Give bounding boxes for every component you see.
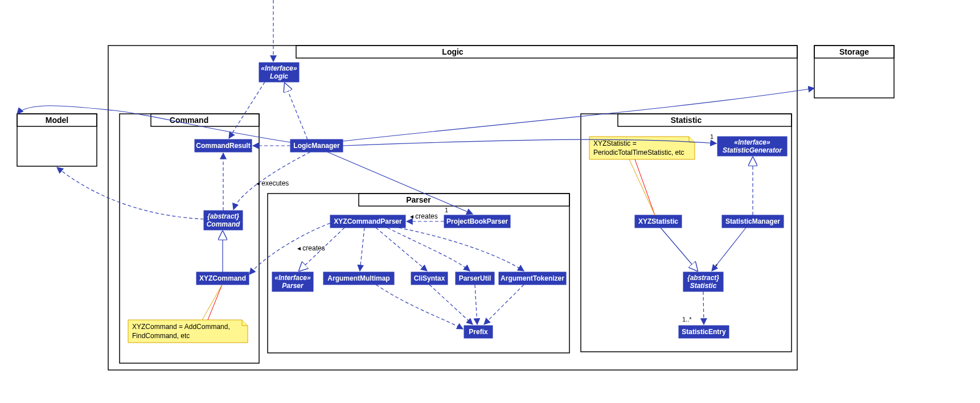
edge-xyzstat-gen-stat	[661, 228, 698, 271]
svg-text:StatisticGenerator: StatisticGenerator	[723, 146, 782, 154]
edge-logicmgr-to-pbparser	[327, 152, 473, 214]
svg-text:XYZCommand = AddCommand,: XYZCommand = AddCommand,	[132, 323, 230, 331]
svg-text:Command: Command	[170, 116, 208, 125]
package-storage: Storage	[814, 46, 894, 98]
node-statistic-entry: StatisticEntry	[679, 326, 729, 338]
svg-line-66	[629, 159, 655, 215]
svg-text:PeriodicTotalTimeStatistic, et: PeriodicTotalTimeStatistic, etc	[593, 149, 684, 157]
mult-statgen-1: 1	[710, 133, 714, 140]
package-model: Model	[17, 114, 97, 166]
svg-text:Statistic: Statistic	[690, 282, 717, 290]
svg-line-61	[208, 285, 222, 320]
note-xyz-statistic: XYZStatistic = PeriodicTotalTimeStatisti…	[589, 137, 695, 215]
edge-parserutil-to-prefix	[475, 285, 477, 324]
svg-text:Logic: Logic	[270, 72, 288, 80]
edge-logicmgr-to-storage	[343, 88, 814, 141]
svg-text:Prefix: Prefix	[469, 328, 488, 336]
svg-text:XYZStatistic: XYZStatistic	[638, 217, 678, 225]
label-executes: ◂ executes	[256, 179, 289, 187]
svg-text:Parser: Parser	[406, 195, 431, 204]
edge-clisyntax-to-prefix	[429, 285, 473, 324]
edge-xyzparser-to-argmulti	[360, 228, 364, 271]
node-statistic-manager: StatisticManager	[722, 215, 784, 228]
node-logic-manager: LogicManager	[290, 139, 343, 152]
svg-text:LogicManager: LogicManager	[293, 142, 340, 150]
node-logic-interface: «Interface» Logic	[259, 63, 299, 82]
edge-xyzparser-to-argtok	[399, 228, 524, 271]
edge-cmd-to-model	[57, 167, 204, 219]
label-creates-2: ◂ creates	[297, 244, 325, 252]
svg-text:{abstract}: {abstract}	[687, 274, 719, 282]
svg-text:Storage: Storage	[839, 47, 869, 56]
node-prefix: Prefix	[464, 326, 493, 338]
node-statistic-generator-interface: «Interface» StatisticGenerator	[717, 137, 787, 156]
svg-text:StatisticEntry: StatisticEntry	[682, 328, 726, 336]
node-command-result: CommandResult	[195, 139, 252, 152]
node-parser-interface: «Interface» Parser	[272, 272, 313, 291]
node-statistic-abstract: {abstract} Statistic	[683, 272, 723, 291]
svg-text:CommandResult: CommandResult	[196, 142, 250, 150]
mult-stat-star: *	[715, 263, 718, 270]
svg-rect-16	[618, 114, 792, 126]
note-xyz-command: XYZCommand = AddCommand, FindCommand, et…	[128, 285, 248, 343]
svg-text:FindCommand, etc: FindCommand, etc	[132, 332, 190, 340]
svg-text:«Interface»: «Interface»	[261, 64, 297, 72]
svg-text:Parser: Parser	[282, 282, 304, 290]
svg-text:Model: Model	[46, 116, 68, 125]
node-xyz-command-parser: XYZCommandParser	[330, 215, 405, 228]
svg-text:ParserUtil: ParserUtil	[459, 274, 491, 282]
svg-text:«Interface»: «Interface»	[734, 138, 770, 146]
svg-text:XYZStatistic =: XYZStatistic =	[593, 139, 637, 147]
svg-rect-7	[296, 46, 797, 58]
svg-text:ArgumentTokenizer: ArgumentTokenizer	[501, 274, 564, 282]
svg-line-65	[635, 159, 655, 215]
mult-pbparser-1: 1	[445, 207, 448, 213]
label-creates-1: ◂ creates	[410, 212, 438, 220]
node-xyz-command: XYZCommand	[196, 272, 249, 285]
uml-diagram: Model Storage Logic Command Parser Stati…	[0, 0, 980, 403]
svg-text:Command: Command	[207, 220, 240, 228]
svg-text:StatisticManager: StatisticManager	[725, 217, 780, 225]
svg-text:Statistic: Statistic	[671, 116, 702, 125]
svg-text:«Interface»: «Interface»	[274, 274, 311, 282]
svg-text:ArgumentMultimap: ArgumentMultimap	[327, 274, 389, 282]
svg-text:XYZCommandParser: XYZCommandParser	[334, 217, 402, 225]
svg-text:Logic: Logic	[442, 47, 464, 56]
node-parser-util: ParserUtil	[456, 272, 494, 285]
edge-argtok-to-prefix	[484, 285, 524, 324]
node-argument-multimap: ArgumentMultimap	[323, 272, 394, 285]
svg-rect-13	[359, 194, 569, 206]
svg-text:{abstract}: {abstract}	[207, 212, 239, 220]
edge-xyzparser-to-clisyntax	[376, 228, 427, 271]
mult-entry-1star: 1..*	[682, 316, 692, 323]
node-project-book-parser: ProjectBookParser	[444, 215, 510, 228]
svg-text:XYZCommand: XYZCommand	[199, 274, 246, 282]
node-xyz-statistic: XYZStatistic	[635, 215, 682, 228]
edge-argmulti-to-prefix	[376, 285, 463, 329]
svg-text:CliSyntax: CliSyntax	[414, 274, 445, 282]
edge-logicmgr-realizes-logic	[285, 83, 307, 139]
node-argument-tokenizer: ArgumentTokenizer	[499, 272, 566, 285]
svg-line-62	[202, 285, 222, 320]
node-cli-syntax: CliSyntax	[411, 272, 448, 285]
svg-text:ProjectBookParser: ProjectBookParser	[446, 217, 508, 225]
node-command-abstract: {abstract} Command	[204, 211, 243, 230]
edge-stat-to-entry	[703, 291, 704, 324]
